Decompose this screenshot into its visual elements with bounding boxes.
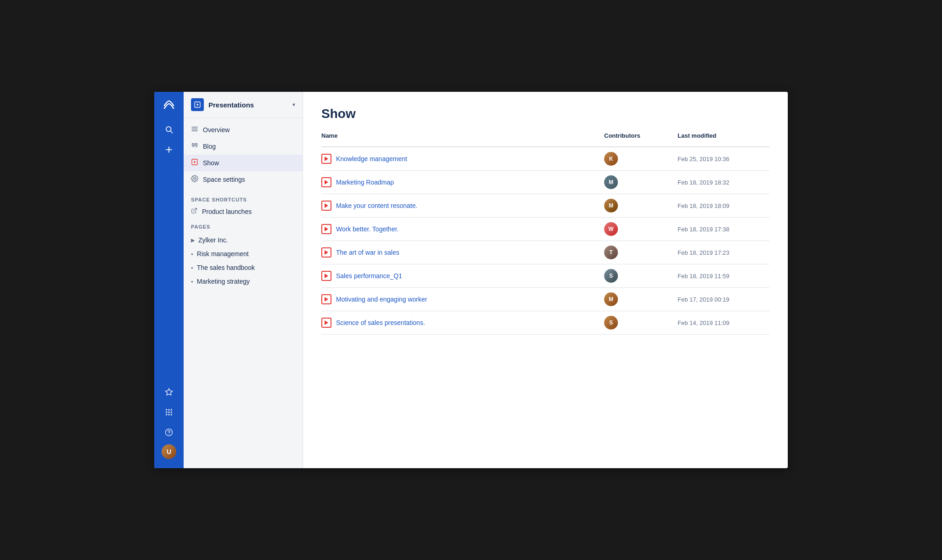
- cell-contributors: W: [604, 222, 678, 236]
- svg-marker-22: [194, 161, 196, 163]
- table-row: Work better. Together. W Feb 18, 2019 17…: [321, 218, 769, 241]
- main-content: Show Name Contributors Last modified Kno…: [303, 92, 788, 468]
- file-link[interactable]: The art of war in sales: [336, 249, 399, 256]
- page-label-sales-handbook: The sales handbook: [197, 264, 255, 271]
- svg-line-24: [194, 208, 196, 211]
- cell-contributors: T: [604, 246, 678, 259]
- table-row: Make your content resonate. M Feb 18, 20…: [321, 194, 769, 218]
- file-link[interactable]: Motivating and engaging worker: [336, 296, 427, 303]
- contributor-avatar: K: [604, 152, 618, 166]
- chevron-down-icon[interactable]: ▾: [292, 101, 295, 108]
- presentation-icon: [321, 247, 331, 258]
- page-item-marketing-strategy[interactable]: ● Marketing strategy: [184, 274, 303, 288]
- cell-name: The art of war in sales: [321, 247, 604, 258]
- cell-name: Knowledge management: [321, 154, 604, 164]
- svg-rect-6: [168, 409, 170, 410]
- sidebar-item-label-space-settings: Space settings: [203, 176, 245, 183]
- file-link[interactable]: Science of sales presentations.: [336, 319, 425, 326]
- sidebar: Presentations ▾ Overview: [184, 92, 303, 468]
- sidebar-item-overview[interactable]: Overview: [184, 122, 303, 138]
- page-item-zylker-inc[interactable]: ▶ Zylker Inc.: [184, 233, 303, 247]
- svg-rect-10: [171, 412, 172, 413]
- svg-point-23: [194, 178, 196, 179]
- user-avatar[interactable]: U: [162, 444, 176, 459]
- app-window: U Presentations ▾: [154, 92, 788, 468]
- table-row: The art of war in sales T Feb 18, 2019 1…: [321, 241, 769, 264]
- cell-date: Feb 18, 2019 18:32: [678, 179, 769, 186]
- contributor-avatar: W: [604, 222, 618, 236]
- cell-name: Motivating and engaging worker: [321, 294, 604, 304]
- presentation-icon: [321, 177, 331, 187]
- search-button[interactable]: [161, 121, 177, 138]
- table-row: Motivating and engaging worker M Feb 17,…: [321, 288, 769, 311]
- cell-date: Feb 18, 2019 17:23: [678, 249, 769, 256]
- column-header-name: Name: [321, 132, 604, 143]
- menu-icon: [191, 125, 198, 134]
- page-item-sales-handbook[interactable]: ● The sales handbook: [184, 261, 303, 274]
- page-title: Show: [321, 106, 769, 121]
- external-link-icon: [191, 207, 197, 215]
- file-link[interactable]: Marketing Roadmap: [336, 179, 394, 186]
- presentations-table: Name Contributors Last modified Knowledg…: [321, 132, 769, 335]
- table-row: Sales performance_Q1 S Feb 18, 2019 11:5…: [321, 264, 769, 288]
- contributor-avatar: T: [604, 246, 618, 259]
- app-logo[interactable]: [161, 97, 177, 114]
- cell-contributors: M: [604, 292, 678, 306]
- file-link[interactable]: Sales performance_Q1: [336, 272, 402, 280]
- bullet-icon: ●: [191, 266, 193, 270]
- svg-line-1: [170, 131, 172, 133]
- space-icon: [191, 98, 204, 111]
- contributor-avatar: M: [604, 292, 618, 306]
- presentation-icon: [321, 224, 331, 234]
- table-row: Knowledge management K Feb 25, 2019 10:3…: [321, 147, 769, 171]
- contributor-avatar: S: [604, 269, 618, 283]
- table-row: Marketing Roadmap M Feb 18, 2019 18:32: [321, 171, 769, 194]
- space-name: Presentations: [208, 101, 288, 109]
- file-link[interactable]: Work better. Together.: [336, 225, 398, 233]
- svg-marker-17: [197, 103, 199, 106]
- file-link[interactable]: Make your content resonate.: [336, 202, 417, 209]
- cell-contributors: K: [604, 152, 678, 166]
- shortcut-item-product-launches[interactable]: Product launches: [184, 204, 303, 218]
- sidebar-header: Presentations ▾: [184, 92, 303, 118]
- pages-section-title: PAGES: [184, 218, 303, 231]
- sidebar-item-blog[interactable]: Blog: [184, 138, 303, 155]
- bullet-icon: ●: [191, 252, 193, 256]
- apps-button[interactable]: [161, 404, 177, 420]
- svg-rect-13: [171, 414, 172, 415]
- cell-name: Work better. Together.: [321, 224, 604, 234]
- cell-date: Feb 14, 2019 11:09: [678, 319, 769, 326]
- recent-button[interactable]: [161, 384, 177, 400]
- page-label-marketing-strategy: Marketing strategy: [197, 278, 250, 285]
- help-button[interactable]: [161, 424, 177, 441]
- page-item-risk-management[interactable]: ● Risk management: [184, 247, 303, 261]
- table-body: Knowledge management K Feb 25, 2019 10:3…: [321, 147, 769, 335]
- sidebar-item-label-show: Show: [203, 159, 219, 167]
- bullet-icon: ●: [191, 280, 193, 284]
- svg-rect-7: [171, 409, 172, 410]
- pages-list: ▶ Zylker Inc. ● Risk management ● The sa…: [184, 231, 303, 290]
- cell-date: Feb 18, 2019 11:59: [678, 273, 769, 280]
- gear-icon: [191, 175, 198, 184]
- cell-date: Feb 18, 2019 18:09: [678, 202, 769, 209]
- cell-contributors: S: [604, 269, 678, 283]
- contributor-avatar: S: [604, 316, 618, 330]
- shortcuts-list: Product launches: [184, 204, 303, 218]
- table-header: Name Contributors Last modified: [321, 132, 769, 147]
- column-header-modified: Last modified: [678, 132, 769, 143]
- contributor-avatar: M: [604, 199, 618, 213]
- create-button[interactable]: [161, 141, 177, 158]
- global-nav: U: [154, 92, 184, 468]
- shortcut-label-product-launches: Product launches: [202, 208, 252, 215]
- table-row: Science of sales presentations. S Feb 14…: [321, 311, 769, 335]
- svg-rect-11: [166, 414, 167, 415]
- sidebar-item-label-blog: Blog: [203, 143, 216, 150]
- sidebar-item-show[interactable]: Show: [184, 155, 303, 171]
- file-link[interactable]: Knowledge management: [336, 155, 407, 162]
- page-label-zylker-inc: Zylker Inc.: [198, 236, 228, 244]
- contributor-avatar: M: [604, 175, 618, 189]
- cell-contributors: S: [604, 316, 678, 330]
- sidebar-item-space-settings[interactable]: Space settings: [184, 171, 303, 188]
- quote-icon: [191, 142, 198, 151]
- column-header-contributors: Contributors: [604, 132, 678, 143]
